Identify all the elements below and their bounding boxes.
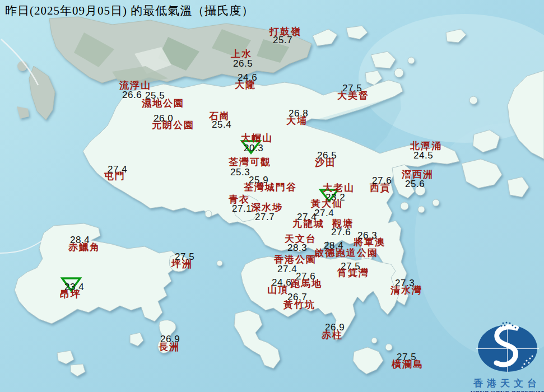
station-temp-value: 26.0 [154,114,173,123]
station-temp-value: 27.5 [342,83,362,93]
station-temp-value: 23.4 [64,282,84,292]
hko-logo-icon [471,321,543,374]
station-name-label: 大帽山 [241,133,273,143]
station-temp-value: 27.3 [395,278,415,288]
station-temp-value: 26.7 [287,292,307,302]
station-temp-value: 25.3 [230,167,250,177]
station-temp-value: 25.4 [212,120,231,129]
hko-logo: 香港天文台 HONG KONG OBSERVATORY [471,321,543,391]
station-temp-value: 25.5 [145,91,165,100]
station-name-label: 深水埗 [251,203,283,212]
station-name-label: 黃大仙 [311,199,343,208]
station-temp-value: 27.6 [331,227,351,237]
station-temp-value: 27.5 [175,252,194,262]
hko-logo-chinese-name: 香港天文台 [471,377,543,390]
station-temp-value: 25.7 [273,35,292,45]
station-temp-value: 26.6 [122,90,142,100]
station-temp-value: 27.7 [255,212,275,222]
station-temp-value: 27.6 [372,176,392,185]
station-labels-layer: 打鼓嶺25.7上水26.5大隴24.6大美督27.5流浮山26.6濕地公園25.… [0,0,544,392]
station-temp-value: 20.3 [244,143,263,153]
station-temp-value: 26.5 [233,59,253,68]
station-name-label: 北潭涌 [410,141,442,151]
station-temp-value: 27.5 [397,352,416,362]
station-temp-value: 27.1 [232,204,252,213]
station-temp-value: 26.5 [317,151,337,160]
station-temp-value: 24.6 [238,73,257,82]
station-temp-value: 27.4 [297,212,317,222]
station-name-label: 滘西洲 [402,170,434,179]
station-temp-value: 26.3 [357,231,377,240]
station-temp-value: 27.5 [341,262,360,271]
station-temp-value: 27.4 [108,165,127,174]
station-temp-value: 25.6 [405,179,425,189]
station-temp-value: 27.6 [296,272,315,281]
station-temp-value: 25.9 [249,175,268,185]
station-temp-value: 24.5 [413,151,433,160]
weather-map: 昨日(2025年09月05日) 的最低氣溫（攝氏度） 打鼓嶺25.7上水26.5… [0,0,544,392]
station-temp-value: 26.9 [325,323,345,332]
station-temp-value: 26.8 [289,109,308,118]
station-temp-value: 27.4 [277,264,297,274]
station-name-label: 上水 [231,49,252,59]
station-temp-value: 26.9 [160,334,180,344]
station-temp-value: 27.4 [314,208,334,218]
station-temp-value: 28.4 [70,235,90,245]
station-name-label: 流浮山 [119,81,151,90]
page-title: 昨日(2025年09月05日) 的最低氣溫（攝氏度） [5,3,254,18]
station-temp-value: 28.3 [287,243,307,253]
station-temp-value: 28.4 [324,241,343,250]
station-temp-value: 24.6 [272,278,291,287]
station-name-label: 大老山 [323,183,355,193]
station-name-label: 荃灣可觀 [229,157,271,167]
station-name-label: 香港公園 [274,255,317,264]
hko-logo-english-name: HONG KONG OBSERVATORY [471,390,543,392]
